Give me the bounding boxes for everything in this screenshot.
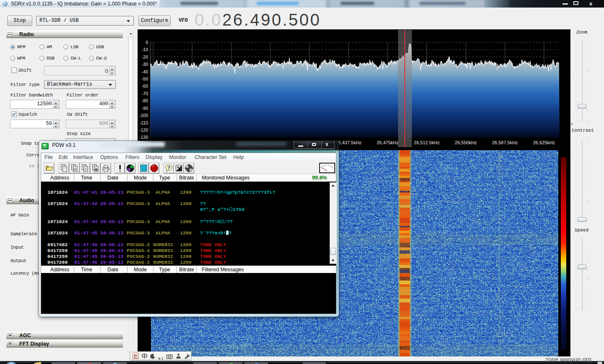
svg-text:-90: -90 xyxy=(142,106,148,111)
svg-text:-70: -70 xyxy=(142,91,148,96)
svg-text:-130: -130 xyxy=(139,135,148,140)
svg-text:26,550kHz: 26,550kHz xyxy=(455,140,477,145)
svg-text:26,625kHz: 26,625kHz xyxy=(533,140,555,145)
svg-text:26,587.5kHz: 26,587.5kHz xyxy=(492,140,518,145)
svg-text:-30: -30 xyxy=(142,62,148,67)
svg-text:0: 0 xyxy=(146,40,148,45)
svg-text:26,475kHz: 26,475kHz xyxy=(377,140,399,145)
svg-text:-10: -10 xyxy=(142,47,148,52)
svg-text:-20: -20 xyxy=(142,55,148,60)
svg-text:-110: -110 xyxy=(140,120,148,125)
svg-text:-40: -40 xyxy=(142,69,148,74)
svg-text:-80: -80 xyxy=(142,98,148,103)
svg-text:26,437.5kHz: 26,437.5kHz xyxy=(336,140,362,145)
svg-text:-50: -50 xyxy=(142,76,148,81)
svg-text:26,512.5kHz: 26,512.5kHz xyxy=(414,140,440,145)
svg-text:-120: -120 xyxy=(139,127,148,133)
svg-text:-100: -100 xyxy=(139,113,148,118)
svg-text:?: ? xyxy=(167,165,170,170)
svg-text:-60: -60 xyxy=(142,83,148,88)
